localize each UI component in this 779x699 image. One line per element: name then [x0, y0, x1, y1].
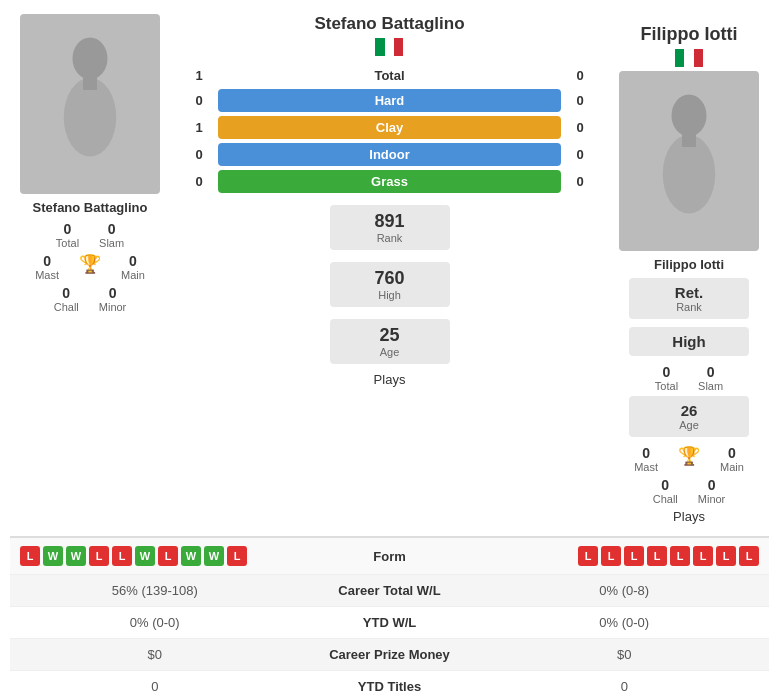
player2-rank-value: Ret. [645, 284, 733, 301]
career-wl-label: Career Total W/L [290, 583, 490, 598]
career-wl-p2: 0% (0-8) [490, 583, 760, 598]
grass-p1: 0 [184, 174, 214, 189]
player2-minor-label: Minor [698, 493, 726, 505]
grass-p2: 0 [565, 174, 595, 189]
clay-p2: 0 [565, 120, 595, 135]
ytd-wl-row: 0% (0-0) YTD W/L 0% (0-0) [10, 607, 769, 639]
player2-total-label: Total [655, 380, 678, 392]
player2-card: Filippo Iotti Filippo Iotti [609, 10, 769, 528]
player1-chall-label: Chall [54, 301, 79, 313]
ytd-wl-label: YTD W/L [290, 615, 490, 630]
player1-age-label: Age [350, 346, 430, 358]
prize-p2: $0 [490, 647, 760, 662]
form-badge-l: L [739, 546, 759, 566]
player1-age-value: 25 [350, 325, 430, 346]
player1-chall: 0 [62, 285, 70, 301]
player1-total: 0 [64, 221, 72, 237]
player1-silhouette [45, 34, 135, 174]
form-badge-l: L [624, 546, 644, 566]
player2-silhouette [644, 91, 734, 231]
player2-high-box: High [629, 327, 749, 356]
player2-form-badges: LLLLLLLL [490, 546, 760, 566]
player1-rank-box: 891 Rank [330, 205, 450, 250]
form-badge-l: L [20, 546, 40, 566]
player2-high-value: High [645, 333, 733, 350]
career-wl-row: 56% (139-108) Career Total W/L 0% (0-8) [10, 575, 769, 607]
player1-plays-label: Plays [374, 372, 406, 387]
titles-p1: 0 [20, 679, 290, 694]
svg-rect-5 [682, 133, 696, 147]
form-badge-l: L [158, 546, 178, 566]
svg-rect-2 [83, 76, 97, 90]
clay-p1: 1 [184, 120, 214, 135]
player2-main: 0 [728, 445, 736, 461]
player2-age-box: 26 Age [629, 396, 749, 437]
hard-p1: 0 [184, 93, 214, 108]
form-badge-w: W [181, 546, 201, 566]
player1-high-label: High [350, 289, 430, 301]
player2-name-top: Filippo Iotti [641, 24, 738, 45]
form-badge-l: L [89, 546, 109, 566]
total-p1: 1 [184, 68, 214, 83]
indoor-p2: 0 [565, 147, 595, 162]
stats-table: LWWLLWLWWL Form LLLLLLLL 56% (139-108) C… [10, 536, 769, 699]
player1-name-center: Stefano Battaglino [314, 14, 464, 34]
player1-form-badges: LWWLLWLWWL [20, 546, 290, 566]
player1-flag [314, 38, 464, 56]
player1-rank-value: 891 [350, 211, 430, 232]
prize-label: Career Prize Money [290, 647, 490, 662]
player1-total-label: Total [56, 237, 79, 249]
form-badge-w: W [135, 546, 155, 566]
player2-trophy-icon: 🏆 [678, 445, 700, 467]
clay-row: 1 Clay 0 [174, 114, 605, 141]
player2-flag [675, 49, 703, 67]
prize-row: $0 Career Prize Money $0 [10, 639, 769, 671]
indoor-row: 0 Indoor 0 [174, 141, 605, 168]
player2-mast-label: Mast [634, 461, 658, 473]
player2-rank-label: Rank [645, 301, 733, 313]
prize-p1: $0 [20, 647, 290, 662]
player2-chall-label: Chall [653, 493, 678, 505]
form-badge-l: L [227, 546, 247, 566]
player1-rank-label: Rank [350, 232, 430, 244]
player2-age-value: 26 [645, 402, 733, 419]
player2-main-label: Main [720, 461, 744, 473]
svg-point-3 [672, 95, 707, 137]
player2-photo [619, 71, 759, 251]
hard-row: 0 Hard 0 [174, 87, 605, 114]
form-badge-l: L [578, 546, 598, 566]
form-badge-w: W [43, 546, 63, 566]
player1-mast: 0 [43, 253, 51, 269]
player1-main: 0 [129, 253, 137, 269]
player2-slam-label: Slam [698, 380, 723, 392]
player1-minor-label: Minor [99, 301, 127, 313]
form-badge-w: W [204, 546, 224, 566]
form-badge-l: L [693, 546, 713, 566]
form-badge-l: L [112, 546, 132, 566]
form-badge-l: L [670, 546, 690, 566]
player1-high-box: 760 High [330, 262, 450, 307]
form-row: LWWLLWLWWL Form LLLLLLLL [10, 537, 769, 575]
player1-minor: 0 [109, 285, 117, 301]
form-badge-l: L [601, 546, 621, 566]
player1-high-value: 760 [350, 268, 430, 289]
total-p2: 0 [565, 68, 595, 83]
titles-p2: 0 [490, 679, 760, 694]
ytd-wl-p1: 0% (0-0) [20, 615, 290, 630]
grass-badge: Grass [218, 170, 561, 193]
player1-photo [20, 14, 160, 194]
player1-main-label: Main [121, 269, 145, 281]
total-row: 1 Total 0 [174, 64, 605, 87]
player2-name: Filippo Iotti [654, 257, 724, 272]
grass-row: 0 Grass 0 [174, 168, 605, 195]
hard-badge: Hard [218, 89, 561, 112]
player2-slam: 0 [707, 364, 715, 380]
form-badge-w: W [66, 546, 86, 566]
player1-slam: 0 [108, 221, 116, 237]
player2-mast: 0 [642, 445, 650, 461]
player1-card: Stefano Battaglino 0 Total 0 Slam 0 Mast [10, 10, 170, 317]
clay-badge: Clay [218, 116, 561, 139]
player1-trophy-icon: 🏆 [79, 253, 101, 275]
center-panel: Stefano Battaglino 1 Total 0 0 Hard [170, 10, 609, 395]
total-label: Total [214, 68, 565, 83]
